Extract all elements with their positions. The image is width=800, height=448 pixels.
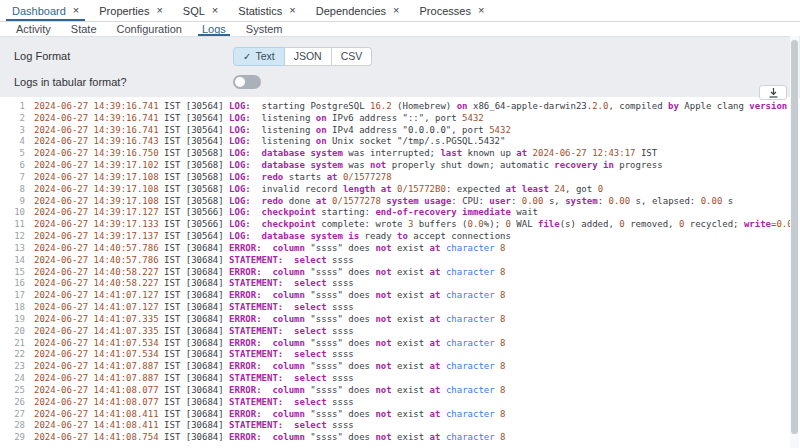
line-number: 9 bbox=[0, 196, 25, 208]
window-tab-dashboard[interactable]: Dashboard× bbox=[2, 0, 89, 21]
tab-close-icon[interactable]: × bbox=[478, 5, 484, 16]
log-line-text: 2024-06-27 14:39:17.108 IST [30568] LOG:… bbox=[34, 172, 392, 184]
line-number: 27 bbox=[0, 409, 25, 421]
log-line-text: 2024-06-27 14:41:07.335 IST [30684] STAT… bbox=[34, 326, 354, 338]
log-line: 232024-06-27 14:41:07.887 IST [30684] ER… bbox=[0, 361, 790, 373]
download-icon bbox=[769, 88, 778, 98]
tab-label: Dashboard bbox=[12, 5, 66, 17]
log-line: 72024-06-27 14:39:17.108 IST [30568] LOG… bbox=[0, 172, 790, 184]
tab-close-icon[interactable]: × bbox=[73, 5, 79, 16]
line-number: 8 bbox=[0, 184, 25, 196]
log-line: 132024-06-27 14:40:57.786 IST [30684] ER… bbox=[0, 243, 790, 255]
log-line: 182024-06-27 14:41:07.127 IST [30684] ST… bbox=[0, 302, 790, 314]
subtab-system[interactable]: System bbox=[236, 22, 293, 36]
log-format-text-button[interactable]: ✓Text bbox=[233, 47, 285, 66]
line-number: 28 bbox=[0, 420, 25, 432]
window-tab-processes[interactable]: Processes× bbox=[410, 0, 495, 21]
log-line-text: 2024-06-27 14:41:07.887 IST [30684] ERRO… bbox=[34, 361, 506, 373]
line-number: 18 bbox=[0, 302, 25, 314]
log-format-json-button[interactable]: JSON bbox=[285, 47, 332, 66]
line-number: 6 bbox=[0, 160, 25, 172]
tab-close-icon[interactable]: × bbox=[393, 5, 399, 16]
log-line: 92024-06-27 14:39:17.108 IST [30568] LOG… bbox=[0, 196, 790, 208]
log-line-text: 2024-06-27 14:41:08.411 IST [30684] ERRO… bbox=[34, 409, 506, 421]
line-number: 21 bbox=[0, 338, 25, 350]
log-line-text: 2024-06-27 14:41:07.534 IST [30684] ERRO… bbox=[34, 338, 506, 350]
log-line: 112024-06-27 14:39:17.133 IST [30566] LO… bbox=[0, 219, 790, 231]
log-line-text: 2024-06-27 14:39:17.108 IST [30568] LOG:… bbox=[34, 196, 733, 208]
tab-close-icon[interactable]: × bbox=[212, 5, 218, 16]
log-line: 142024-06-27 14:40:57.786 IST [30684] ST… bbox=[0, 255, 790, 267]
log-line: 152024-06-27 14:40:58.227 IST [30684] ER… bbox=[0, 267, 790, 279]
log-line-text: 2024-06-27 14:41:07.335 IST [30684] ERRO… bbox=[34, 314, 506, 326]
log-line: 222024-06-27 14:41:07.534 IST [30684] ST… bbox=[0, 349, 790, 361]
window-tab-sql[interactable]: SQL× bbox=[173, 0, 228, 21]
tab-close-icon[interactable]: × bbox=[156, 5, 162, 16]
log-line-text: 2024-06-27 14:40:57.786 IST [30684] STAT… bbox=[34, 255, 354, 267]
line-number: 16 bbox=[0, 278, 25, 290]
log-line: 82024-06-27 14:39:17.108 IST [30568] LOG… bbox=[0, 184, 790, 196]
log-format-button-group: ✓TextJSONCSV bbox=[233, 47, 372, 66]
window-tab-statistics[interactable]: Statistics× bbox=[228, 0, 305, 21]
line-number: 15 bbox=[0, 267, 25, 279]
window-tab-dependencies[interactable]: Dependencies× bbox=[306, 0, 410, 21]
log-line: 242024-06-27 14:41:07.887 IST [30684] ST… bbox=[0, 373, 790, 385]
line-number: 7 bbox=[0, 172, 25, 184]
format-button-label: Text bbox=[255, 50, 274, 62]
line-number: 13 bbox=[0, 243, 25, 255]
log-line: 172024-06-27 14:41:07.127 IST [30684] ER… bbox=[0, 290, 790, 302]
log-line: 252024-06-27 14:41:08.077 IST [30684] ER… bbox=[0, 385, 790, 397]
tab-label: Properties bbox=[99, 5, 149, 17]
log-line: 62024-06-27 14:39:17.102 IST [30568] LOG… bbox=[0, 160, 790, 172]
log-line: 42024-06-27 14:39:16.743 IST [30564] LOG… bbox=[0, 136, 790, 148]
line-number: 17 bbox=[0, 290, 25, 302]
log-line: 12024-06-27 14:39:16.741 IST [30564] LOG… bbox=[0, 101, 790, 113]
vertical-scrollbar-thumb[interactable] bbox=[791, 40, 798, 434]
download-logs-button[interactable] bbox=[759, 85, 787, 100]
check-icon: ✓ bbox=[243, 51, 251, 62]
window-tab-properties[interactable]: Properties× bbox=[89, 0, 173, 21]
log-line-text: 2024-06-27 14:39:16.750 IST [30568] LOG:… bbox=[34, 148, 657, 160]
line-number: 1 bbox=[0, 101, 25, 113]
subtab-activity[interactable]: Activity bbox=[6, 22, 61, 36]
subtab-logs[interactable]: Logs bbox=[192, 22, 236, 36]
tab-label: Processes bbox=[420, 5, 471, 17]
line-number: 2 bbox=[0, 113, 25, 125]
toggle-knob bbox=[235, 77, 245, 87]
vertical-scrollbar-track[interactable] bbox=[790, 36, 799, 448]
log-line: 122024-06-27 14:39:17.137 IST [30564] LO… bbox=[0, 231, 790, 243]
tabular-format-toggle[interactable] bbox=[233, 75, 261, 89]
line-number: 3 bbox=[0, 125, 25, 137]
log-viewer[interactable]: 12024-06-27 14:39:16.741 IST [30564] LOG… bbox=[0, 97, 790, 448]
log-line-text: 2024-06-27 14:39:16.741 IST [30564] LOG:… bbox=[34, 101, 790, 113]
tab-label: SQL bbox=[183, 5, 205, 17]
log-line-text: 2024-06-27 14:39:16.743 IST [30564] LOG:… bbox=[34, 136, 505, 148]
subtab-configuration[interactable]: Configuration bbox=[107, 22, 192, 36]
pgadmin-dashboard-panel: Dashboard×Properties×SQL×Statistics×Depe… bbox=[0, 0, 800, 448]
log-line-text: 2024-06-27 14:39:16.741 IST [30564] LOG:… bbox=[34, 113, 484, 125]
tab-close-icon[interactable]: × bbox=[289, 5, 295, 16]
log-line: 22024-06-27 14:39:16.741 IST [30564] LOG… bbox=[0, 113, 790, 125]
format-button-label: CSV bbox=[341, 50, 363, 62]
log-line: 192024-06-27 14:41:07.335 IST [30684] ER… bbox=[0, 314, 790, 326]
log-line-text: 2024-06-27 14:40:57.786 IST [30684] ERRO… bbox=[34, 243, 506, 255]
line-number: 14 bbox=[0, 255, 25, 267]
tab-label: Dependencies bbox=[316, 5, 386, 17]
log-line-text: 2024-06-27 14:39:17.127 IST [30566] LOG:… bbox=[34, 207, 538, 219]
log-format-csv-button[interactable]: CSV bbox=[332, 47, 373, 66]
line-number: 10 bbox=[0, 207, 25, 219]
line-number: 29 bbox=[0, 432, 25, 444]
log-line-text: 2024-06-27 14:41:07.887 IST [30684] STAT… bbox=[34, 373, 354, 385]
log-line: 292024-06-27 14:41:08.754 IST [30684] ER… bbox=[0, 432, 790, 444]
log-format-label: Log Format bbox=[14, 50, 233, 62]
subtab-state[interactable]: State bbox=[61, 22, 107, 36]
log-line-text: 2024-06-27 14:41:07.127 IST [30684] STAT… bbox=[34, 302, 354, 314]
log-line-text: 2024-06-27 14:41:07.534 IST [30684] STAT… bbox=[34, 349, 354, 361]
log-line: 212024-06-27 14:41:07.534 IST [30684] ER… bbox=[0, 338, 790, 350]
log-line-text: 2024-06-27 14:40:58.227 IST [30684] ERRO… bbox=[34, 267, 506, 279]
format-button-label: JSON bbox=[294, 50, 322, 62]
line-number: 11 bbox=[0, 219, 25, 231]
log-line-text: 2024-06-27 14:39:17.108 IST [30568] LOG:… bbox=[34, 184, 603, 196]
line-number: 22 bbox=[0, 349, 25, 361]
log-line: 52024-06-27 14:39:16.750 IST [30568] LOG… bbox=[0, 148, 790, 160]
